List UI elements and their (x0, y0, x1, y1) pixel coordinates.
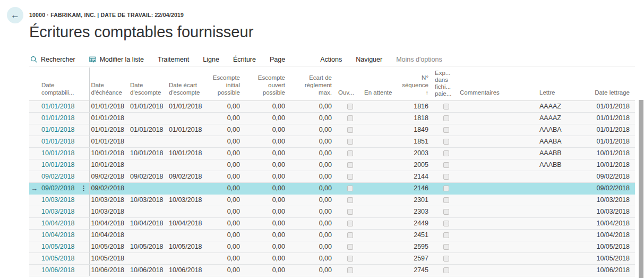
exported-cell (434, 264, 458, 276)
exported-to-payment-file-checkbox[interactable] (443, 232, 449, 238)
exported-to-payment-file-checkbox[interactable] (443, 197, 449, 203)
discount-tolerance-date-cell: 10/05/2018 (167, 241, 207, 252)
toolbar-item-actions[interactable]: Actions (313, 56, 349, 63)
posting-date-link[interactable]: 10/01/2018 (41, 149, 75, 157)
exported-to-payment-file-checkbox[interactable] (443, 267, 449, 273)
toolbar-item-search[interactable]: Rechercher (29, 56, 82, 63)
exported-to-payment-file-checkbox[interactable] (443, 104, 449, 109)
column-header-en-attente[interactable]: En attente (363, 68, 396, 100)
vendor-ledger-entries-table: Date comptabili... Date d'échéance Date … (29, 68, 635, 276)
exported-to-payment-file-checkbox[interactable] (443, 174, 449, 180)
toolbar-item-ecriture[interactable]: Écriture (226, 56, 263, 63)
column-header-sequence[interactable]: N° séquence ↑ (396, 68, 434, 100)
open-checkbox[interactable] (347, 186, 353, 191)
row-options-ellipsis-icon[interactable]: ⋮ (81, 184, 87, 192)
toolbar-item-ligne[interactable]: Ligne (196, 56, 226, 63)
open-checkbox[interactable] (347, 127, 353, 133)
posting-date-link[interactable]: 01/01/2018 (41, 114, 75, 122)
column-header-escompte-ouvert[interactable]: Escompte ouvert possible (245, 68, 290, 100)
posting-date-link[interactable]: 09/02/2018 (41, 184, 75, 192)
open-checkbox[interactable] (347, 221, 353, 226)
table-row[interactable]: → 01/01/2018 ⋮ 01/01/2018 01/01/2018 01/… (29, 124, 635, 136)
open-checkbox[interactable] (347, 256, 353, 262)
posting-date-link[interactable]: 09/02/2018 (41, 173, 75, 180)
table-row[interactable]: → 10/04/2018 ⋮ 10/04/2018 10/04/2018 10/… (29, 217, 635, 229)
table-row[interactable]: → 10/01/2018 ⋮ 10/01/2018 10/01/2018 10/… (29, 147, 635, 159)
table-row[interactable]: → 10/03/2018 ⋮ 10/03/2018 0,00 0,00 0,00… (29, 206, 635, 217)
exported-to-payment-file-checkbox[interactable] (443, 162, 449, 168)
column-header-ouvert[interactable]: Ouv... (337, 68, 363, 100)
column-header-escompte-initial[interactable]: Escompte initial possible (207, 68, 245, 100)
exported-to-payment-file-checkbox[interactable] (443, 256, 449, 262)
discount-tolerance-date-cell (167, 136, 207, 147)
posting-date-link[interactable]: 01/01/2018 (41, 126, 75, 133)
remaining-discount-cell: 0,00 (245, 124, 290, 136)
open-checkbox[interactable] (347, 209, 353, 215)
row-options-cell: ⋮ (79, 136, 89, 147)
comments-cell (458, 159, 538, 171)
open-checkbox[interactable] (347, 162, 353, 168)
exported-to-payment-file-checkbox[interactable] (443, 186, 449, 191)
letter-cell (538, 217, 570, 229)
posting-date-link[interactable]: 10/03/2018 (41, 208, 75, 215)
posting-date-link[interactable]: 10/04/2018 (41, 231, 75, 239)
toolbar-item-traitement[interactable]: Traitement (151, 56, 196, 63)
posting-date-link[interactable]: 10/01/2018 (41, 161, 75, 169)
posting-date-link[interactable]: 10/05/2018 (41, 243, 75, 250)
table-row[interactable]: → 01/01/2018 ⋮ 01/01/2018 01/01/2018 01/… (29, 100, 635, 112)
open-checkbox[interactable] (347, 244, 353, 250)
column-header-exp-fichier-paiement[interactable]: Exp... dans fichi... paie... (434, 68, 458, 100)
table-row[interactable]: → 10/05/2018 ⋮ 10/05/2018 10/05/2018 10/… (29, 241, 635, 252)
table-row[interactable]: → 10/05/2018 ⋮ 10/05/2018 0,00 0,00 0,00… (29, 252, 635, 264)
open-checkbox[interactable] (347, 174, 353, 180)
exported-to-payment-file-checkbox[interactable] (443, 115, 449, 121)
exported-to-payment-file-checkbox[interactable] (443, 209, 449, 215)
column-header-lettre[interactable]: Lettre (538, 68, 570, 100)
open-checkbox[interactable] (347, 115, 353, 121)
exported-to-payment-file-checkbox[interactable] (443, 127, 449, 133)
discount-tolerance-date-cell: 10/04/2018 (167, 217, 207, 229)
table-row[interactable]: → 10/01/2018 ⋮ 10/01/2018 0,00 0,00 0,00… (29, 159, 635, 171)
open-checkbox[interactable] (347, 139, 353, 145)
posting-date-link[interactable]: 10/04/2018 (41, 220, 75, 227)
discount-date-cell: 09/02/2018 (128, 171, 167, 182)
posting-date-link[interactable]: 10/05/2018 (41, 255, 75, 262)
column-header-date-comptabilisation[interactable]: Date comptabili... (40, 68, 79, 100)
toolbar-item-edit-list[interactable]: Modifier la liste (82, 56, 151, 63)
vertical-scrollbar[interactable] (639, 100, 643, 278)
toolbar-item-moins-options[interactable]: Moins d'options (389, 56, 449, 63)
open-checkbox[interactable] (347, 104, 353, 109)
exported-to-payment-file-checkbox[interactable] (443, 244, 449, 250)
exported-to-payment-file-checkbox[interactable] (443, 150, 449, 156)
column-header-commentaires[interactable]: Commentaires (458, 68, 538, 100)
open-checkbox[interactable] (347, 232, 353, 238)
toolbar-item-naviguer[interactable]: Naviguer (349, 56, 389, 63)
posting-date-link[interactable]: 01/01/2018 (41, 103, 75, 110)
application-date-cell: 10/01/2018 (570, 159, 635, 171)
column-header-ecart-reglement[interactable]: Ecart de règlement max. (290, 68, 337, 100)
toolbar-item-page[interactable]: Page (263, 56, 292, 63)
table-row[interactable]: → 09/02/2018 ⋮ 09/02/2018 0,00 0,00 0,00… (29, 182, 635, 194)
comments-cell (458, 241, 538, 252)
table-row[interactable]: → 01/01/2018 ⋮ 01/01/2018 0,00 0,00 0,00… (29, 112, 635, 124)
open-checkbox[interactable] (347, 197, 353, 203)
column-header-date-lettrage[interactable]: Date lettrage (570, 68, 635, 100)
posting-date-link[interactable]: 10/03/2018 (41, 196, 75, 204)
table-row[interactable]: → 10/04/2018 ⋮ 10/04/2018 0,00 0,00 0,00… (29, 229, 635, 241)
posting-date-cell: 10/01/2018 (40, 147, 79, 159)
column-header-date-echeance[interactable]: Date d'échéance (89, 68, 128, 100)
exported-to-payment-file-checkbox[interactable] (443, 221, 449, 226)
column-header-date-escompte[interactable]: Date d'escompte (128, 68, 167, 100)
open-checkbox[interactable] (347, 267, 353, 273)
exported-cell (434, 217, 458, 229)
posting-date-link[interactable]: 01/01/2018 (41, 138, 75, 145)
column-header-date-ecart-escompte[interactable]: Date écart d'escompte (167, 68, 207, 100)
back-button[interactable]: ← (7, 7, 23, 23)
posting-date-link[interactable]: 10/06/2018 (41, 266, 75, 274)
table-row[interactable]: → 01/01/2018 ⋮ 01/01/2018 0,00 0,00 0,00… (29, 136, 635, 147)
table-row[interactable]: → 10/06/2018 ⋮ 10/06/2018 10/06/2018 10/… (29, 264, 635, 276)
table-row[interactable]: → 10/03/2018 ⋮ 10/03/2018 10/03/2018 10/… (29, 194, 635, 206)
exported-to-payment-file-checkbox[interactable] (443, 139, 449, 145)
table-row[interactable]: → 09/02/2018 ⋮ 09/02/2018 09/02/2018 09/… (29, 171, 635, 182)
open-checkbox[interactable] (347, 150, 353, 156)
